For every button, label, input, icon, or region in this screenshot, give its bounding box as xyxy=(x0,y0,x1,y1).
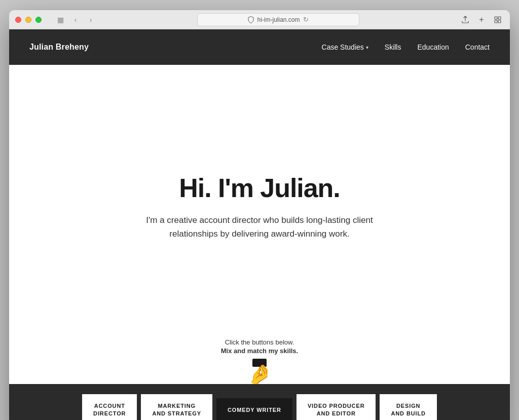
svg-rect-1 xyxy=(498,17,501,19)
nav-skills[interactable]: Skills xyxy=(385,43,401,51)
titlebar-right: + xyxy=(459,14,504,26)
skill-account-director[interactable]: ACCOUNTDIRECTOR xyxy=(82,394,137,420)
site-nav: Julian Breheny Case Studies ▾ Skills Edu… xyxy=(9,29,510,65)
nav-contact[interactable]: Contact xyxy=(465,43,490,51)
share-button[interactable] xyxy=(459,14,471,26)
url-text: hi-im-julian.com xyxy=(257,16,300,23)
skill-marketing-strategy[interactable]: MARKETINGAND STRATEGY xyxy=(141,394,212,420)
browser-window: ▦ ‹ › hi-im-julian.com ↻ + xyxy=(9,10,510,420)
close-button[interactable] xyxy=(15,17,21,23)
titlebar-center: hi-im-julian.com ↻ xyxy=(101,13,455,26)
maximize-button[interactable] xyxy=(35,17,42,23)
hero-section: Hi. I'm Julian. I'm a creative account d… xyxy=(9,65,510,328)
dropdown-arrow-icon: ▾ xyxy=(366,45,368,50)
hero-subtitle: I'm a creative account director who buil… xyxy=(143,213,376,241)
svg-rect-3 xyxy=(498,20,501,23)
svg-rect-2 xyxy=(495,20,497,23)
minimize-button[interactable] xyxy=(25,17,31,23)
cta-section: Click the buttons below. Mix and match m… xyxy=(9,328,510,384)
mac-titlebar: ▦ ‹ › hi-im-julian.com ↻ + xyxy=(9,10,510,29)
svg-rect-0 xyxy=(495,17,497,19)
website-content: Julian Breheny Case Studies ▾ Skills Edu… xyxy=(9,29,510,420)
hero-title: Hi. I'm Julian. xyxy=(179,173,340,203)
url-bar[interactable]: hi-im-julian.com ↻ xyxy=(197,13,359,26)
skill-video-producer[interactable]: VIDEO PRODUCERAND EDITOR xyxy=(296,394,376,420)
nav-education[interactable]: Education xyxy=(417,43,449,51)
skill-comedy-writer[interactable]: COMEDY WRITER xyxy=(216,398,292,420)
skill-design-build[interactable]: DESIGNAND BUILD xyxy=(380,394,436,420)
nav-links: Case Studies ▾ Skills Education Contact xyxy=(322,43,490,51)
nav-buttons: ▦ ‹ › xyxy=(54,15,97,25)
refresh-icon[interactable]: ↻ xyxy=(303,16,309,23)
skill-bar: ACCOUNTDIRECTOR MARKETINGAND STRATEGY CO… xyxy=(9,384,510,420)
grid-button[interactable] xyxy=(492,14,504,26)
bottom-bar-wrapper: ACCOUNTDIRECTOR MARKETINGAND STRATEGY CO… xyxy=(9,384,510,420)
shield-icon xyxy=(248,16,254,23)
nav-case-studies[interactable]: Case Studies ▾ xyxy=(322,43,368,51)
new-tab-button[interactable]: + xyxy=(475,14,488,26)
traffic-lights xyxy=(15,17,42,23)
forward-button[interactable]: › xyxy=(84,15,97,25)
back-button[interactable]: ‹ xyxy=(69,15,82,25)
cta-line2: Mix and match my skills. xyxy=(221,347,298,355)
hand-emoji: 🤌 xyxy=(248,365,272,384)
cta-line1: Click the buttons below. xyxy=(225,338,294,346)
pointing-hand: 🤌 xyxy=(248,359,272,384)
window-sidebar-toggle[interactable]: ▦ xyxy=(54,15,67,25)
site-logo[interactable]: Julian Breheny xyxy=(29,43,89,52)
